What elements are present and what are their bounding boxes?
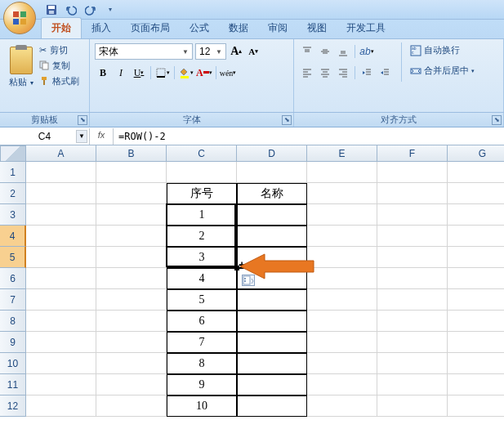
row-header-11[interactable]: 11 — [0, 374, 26, 395]
cell-G1[interactable] — [448, 162, 504, 183]
cell-C4[interactable]: 2 — [167, 226, 237, 247]
cell-A1[interactable] — [26, 162, 96, 183]
cell-B9[interactable] — [96, 332, 167, 353]
cell-A11[interactable] — [26, 374, 96, 395]
fill-handle[interactable] — [234, 266, 239, 270]
font-dialog-launcher[interactable]: ⬊ — [282, 115, 292, 125]
font-color-button[interactable]: A▾ — [196, 65, 212, 81]
cell-A8[interactable] — [26, 311, 96, 332]
cell-E6[interactable] — [307, 268, 377, 289]
col-header-D[interactable]: D — [237, 145, 307, 162]
cell-G11[interactable] — [448, 374, 504, 395]
cell-D2[interactable]: 名称 — [237, 183, 307, 204]
shrink-font-button[interactable]: A▾ — [246, 44, 261, 59]
select-all-button[interactable] — [0, 145, 26, 162]
tab-insert[interactable]: 插入 — [82, 18, 121, 38]
row-header-8[interactable]: 8 — [0, 311, 26, 332]
cell-E12[interactable] — [307, 395, 377, 417]
cell-C7[interactable]: 5 — [167, 289, 237, 311]
cell-A2[interactable] — [26, 183, 96, 204]
cell-D9[interactable] — [237, 332, 307, 353]
row-header-6[interactable]: 6 — [0, 268, 26, 289]
cell-F8[interactable] — [377, 311, 448, 332]
cell-F2[interactable] — [377, 183, 448, 204]
align-left-button[interactable] — [299, 65, 315, 81]
cell-G2[interactable] — [448, 183, 504, 204]
align-right-button[interactable] — [335, 65, 351, 81]
fill-color-button[interactable]: ▾ — [178, 65, 194, 81]
wrap-text-button[interactable]: abc自动换行 — [407, 42, 478, 58]
align-bottom-button[interactable] — [335, 43, 351, 60]
col-header-G[interactable]: G — [448, 145, 504, 162]
cell-E7[interactable] — [307, 289, 377, 311]
cell-B12[interactable] — [96, 395, 167, 417]
formula-input[interactable]: =ROW()-2 — [114, 131, 504, 142]
row-header-9[interactable]: 9 — [0, 332, 26, 353]
cell-A7[interactable] — [26, 289, 96, 311]
cell-C2[interactable]: 序号 — [167, 183, 237, 204]
cell-B10[interactable] — [96, 353, 167, 374]
col-header-B[interactable]: B — [96, 145, 167, 162]
cell-A5[interactable] — [26, 247, 96, 268]
cell-D11[interactable] — [237, 374, 307, 395]
format-painter-button[interactable]: 格式刷 — [39, 74, 79, 89]
cell-A12[interactable] — [26, 395, 96, 417]
cell-C11[interactable]: 9 — [167, 374, 237, 395]
row-header-2[interactable]: 2 — [0, 183, 26, 204]
cell-E8[interactable] — [307, 311, 377, 332]
cell-G7[interactable] — [448, 289, 504, 311]
row-header-10[interactable]: 10 — [0, 353, 26, 374]
cell-C10[interactable]: 8 — [167, 353, 237, 374]
office-button[interactable] — [3, 2, 36, 34]
cell-F12[interactable] — [377, 395, 448, 417]
undo-icon[interactable] — [64, 2, 78, 17]
cell-E2[interactable] — [307, 183, 377, 204]
cell-B3[interactable] — [96, 204, 167, 226]
cell-B2[interactable] — [96, 183, 167, 204]
col-header-C[interactable]: C — [167, 145, 237, 162]
cell-F6[interactable] — [377, 268, 448, 289]
cell-B8[interactable] — [96, 311, 167, 332]
cell-E9[interactable] — [307, 332, 377, 353]
cell-G9[interactable] — [448, 332, 504, 353]
cell-D3[interactable] — [237, 204, 307, 226]
cell-E5[interactable] — [307, 247, 377, 268]
cell-A4[interactable] — [26, 226, 96, 247]
cell-G10[interactable] — [448, 353, 504, 374]
cell-A3[interactable] — [26, 204, 96, 226]
phonetic-button[interactable]: wén▾ — [220, 65, 236, 81]
align-middle-button[interactable] — [317, 43, 333, 60]
cell-F1[interactable] — [377, 162, 448, 183]
decrease-indent-button[interactable] — [359, 65, 375, 81]
underline-button[interactable]: U▾ — [131, 65, 147, 81]
row-header-4[interactable]: 4 — [0, 226, 26, 247]
redo-icon[interactable] — [83, 2, 98, 17]
cell-C9[interactable]: 7 — [167, 332, 237, 353]
italic-button[interactable]: I — [113, 65, 129, 81]
cell-D5[interactable] — [237, 247, 307, 268]
tab-developer[interactable]: 开发工具 — [337, 18, 395, 38]
copy-button[interactable]: 复制 — [39, 58, 79, 74]
col-header-A[interactable]: A — [26, 145, 96, 162]
row-header-7[interactable]: 7 — [0, 289, 26, 311]
col-header-E[interactable]: E — [307, 145, 377, 162]
align-top-button[interactable] — [299, 43, 315, 60]
cell-E10[interactable] — [307, 353, 377, 374]
cell-D4[interactable] — [237, 226, 307, 247]
cell-A10[interactable] — [26, 353, 96, 374]
cell-F4[interactable] — [377, 226, 448, 247]
font-name-select[interactable]: 宋体▼ — [95, 43, 193, 60]
paste-button[interactable]: 粘贴 ▾ — [5, 42, 38, 92]
cell-D8[interactable] — [237, 311, 307, 332]
cell-B4[interactable] — [96, 226, 167, 247]
cell-G4[interactable] — [448, 226, 504, 247]
increase-indent-button[interactable] — [377, 65, 393, 81]
tab-page-layout[interactable]: 页面布局 — [121, 18, 180, 38]
cell-E4[interactable] — [307, 226, 377, 247]
cell-E11[interactable] — [307, 374, 377, 395]
font-size-select[interactable]: 12▼ — [195, 43, 226, 60]
cell-C6[interactable]: 4 — [167, 268, 237, 289]
tab-home[interactable]: 开始 — [41, 17, 82, 38]
autofill-options-button[interactable] — [242, 275, 255, 286]
alignment-dialog-launcher[interactable]: ⬊ — [492, 115, 502, 125]
